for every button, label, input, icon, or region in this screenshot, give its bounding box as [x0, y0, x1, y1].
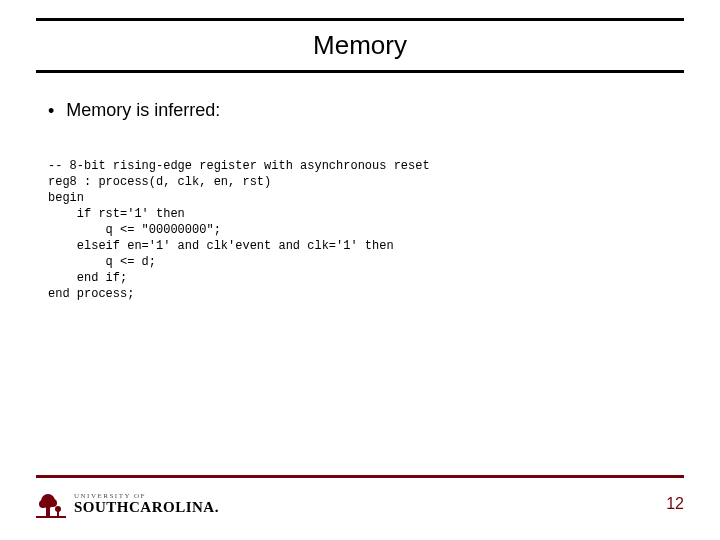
svg-point-6 [55, 506, 61, 512]
logo-text: UNIVERSITY OF SOUTHCAROLINA. [74, 493, 219, 515]
logo-southcarolina: SOUTHCAROLINA. [74, 500, 219, 515]
tree-icon [36, 489, 66, 519]
footer: UNIVERSITY OF SOUTHCAROLINA. 12 [36, 484, 684, 524]
university-logo: UNIVERSITY OF SOUTHCAROLINA. [36, 489, 219, 519]
bullet-row: • Memory is inferred: [48, 100, 684, 122]
rule-bottom [36, 475, 684, 478]
svg-rect-0 [36, 516, 66, 518]
page-number: 12 [666, 495, 684, 513]
rule-mid [36, 70, 684, 73]
rule-top [36, 18, 684, 21]
bullet-dot-icon: • [48, 100, 54, 122]
slide: Memory • Memory is inferred: -- 8-bit ri… [0, 0, 720, 540]
bullet-text: Memory is inferred: [66, 100, 220, 121]
slide-title: Memory [0, 30, 720, 61]
svg-point-4 [49, 499, 57, 507]
code-block: -- 8-bit rising-edge register with async… [48, 158, 684, 302]
svg-point-3 [39, 500, 47, 508]
